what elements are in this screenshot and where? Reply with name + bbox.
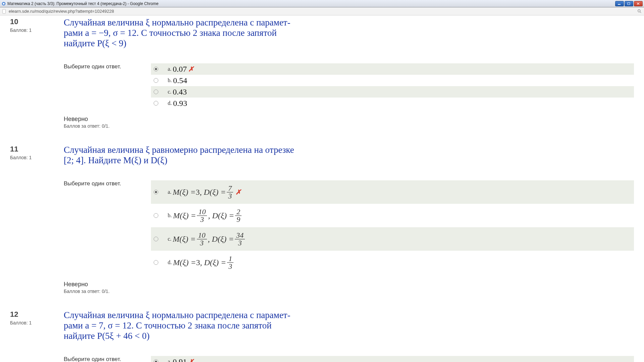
- feedback: Неверно Баллов за ответ: 0/1.: [64, 281, 634, 294]
- wrong-mark-icon: ✗: [188, 358, 194, 362]
- option-value: M(ξ) = 3, D(ξ) = 73: [173, 185, 234, 200]
- question-meta: 10 Баллов: 1: [10, 17, 64, 129]
- svg-rect-3: [628, 3, 630, 5]
- question-body: Случайная величина ξ нормально распредел…: [64, 17, 634, 129]
- svg-point-1: [3, 3, 4, 4]
- option-row[interactable]: a. 0.91 ✗: [151, 356, 634, 362]
- option-letter: d.: [168, 259, 172, 265]
- radio-icon[interactable]: [154, 260, 158, 265]
- option-letter: a.: [168, 189, 171, 195]
- options-list: a. 0.91 ✗: [151, 356, 634, 362]
- option-value: 0.93: [173, 99, 187, 108]
- choose-prompt: Выберите один ответ.: [64, 63, 151, 70]
- option-letter: b.: [168, 77, 172, 83]
- question-number: 11: [10, 145, 64, 154]
- window-title: Математика 2 (часть 3/3): Промежуточный …: [7, 1, 615, 6]
- page-icon: [2, 9, 7, 14]
- page-scroll[interactable]: 10 Баллов: 1 Случайная величина ξ нормал…: [0, 15, 644, 362]
- svg-line-8: [640, 11, 641, 13]
- choose-prompt: Выберите один ответ.: [64, 180, 151, 187]
- option-letter: a.: [168, 359, 171, 362]
- option-value: 0.07: [173, 65, 187, 74]
- choose-prompt: Выберите один ответ.: [64, 356, 151, 362]
- option-row[interactable]: b. 0.54: [151, 75, 634, 86]
- option-row[interactable]: d. 0.93: [151, 98, 634, 109]
- option-value: 0.91: [173, 357, 187, 362]
- minimize-button[interactable]: [615, 1, 624, 6]
- option-value: M(ξ) = 103, D(ξ) = 29: [173, 208, 243, 223]
- question-meta: 11 Баллов: 1: [10, 145, 64, 294]
- option-value: M(ξ) = 103, D(ξ) = 343: [173, 232, 246, 247]
- question-text: Случайная величина ξ равномерно распреде…: [64, 145, 322, 166]
- window-title-bar: Математика 2 (часть 3/3): Промежуточный …: [0, 0, 644, 7]
- radio-icon[interactable]: [154, 237, 158, 241]
- address-bar[interactable]: elearn.sde.ru/mod/quiz/review.php?attemp…: [0, 7, 644, 15]
- question-text: Случайная величина ξ нормально распредел…: [64, 17, 322, 49]
- question-points: Баллов: 1: [10, 320, 64, 325]
- question-number: 12: [10, 310, 64, 319]
- question-block: 10 Баллов: 1 Случайная величина ξ нормал…: [10, 15, 634, 135]
- svg-rect-6: [3, 9, 6, 13]
- radio-icon[interactable]: [154, 359, 158, 362]
- wrong-mark-icon: ✗: [188, 65, 194, 73]
- feedback-score: Баллов за ответ: 0/1.: [64, 123, 634, 129]
- app-icon: [1, 1, 6, 6]
- question-block: 11 Баллов: 1 Случайная величина ξ равном…: [10, 143, 634, 301]
- option-row[interactable]: d. M(ξ) = 3, D(ξ) = 13: [151, 251, 634, 274]
- url-text: elearn.sde.ru/mod/quiz/review.php?attemp…: [9, 9, 635, 14]
- option-value: 0.43: [173, 87, 187, 97]
- feedback: Неверно Баллов за ответ: 0/1.: [64, 116, 634, 129]
- radio-icon[interactable]: [154, 78, 158, 83]
- answers: Выберите один ответ. a. M(ξ) = 3, D(ξ) =…: [64, 180, 634, 274]
- maximize-button[interactable]: [625, 1, 633, 6]
- radio-icon[interactable]: [154, 67, 158, 71]
- option-row[interactable]: a. M(ξ) = 3, D(ξ) = 73 ✗: [151, 180, 634, 204]
- option-letter: d.: [168, 100, 172, 106]
- option-row[interactable]: a. 0.07 ✗: [151, 63, 634, 75]
- question-body: Случайная величина ξ нормально распредел…: [64, 310, 634, 362]
- option-row[interactable]: b. M(ξ) = 103, D(ξ) = 29: [151, 204, 634, 227]
- question-body: Случайная величина ξ равномерно распреде…: [64, 145, 634, 294]
- question-number: 10: [10, 17, 64, 26]
- radio-icon[interactable]: [154, 213, 158, 218]
- option-letter: c.: [168, 236, 171, 242]
- feedback-status: Неверно: [64, 281, 634, 288]
- radio-icon[interactable]: [154, 190, 158, 194]
- question-text: Случайная величина ξ нормально распредел…: [64, 310, 322, 341]
- radio-icon[interactable]: [154, 89, 158, 94]
- question-meta: 12 Баллов: 1: [10, 310, 64, 362]
- feedback-score: Баллов за ответ: 0/1.: [64, 289, 634, 294]
- option-row[interactable]: c. 0.43: [151, 86, 634, 98]
- question-points: Баллов: 1: [10, 27, 64, 33]
- wrong-mark-icon: ✗: [235, 188, 241, 196]
- svg-rect-2: [618, 4, 621, 5]
- option-letter: b.: [168, 213, 172, 219]
- question-points: Баллов: 1: [10, 155, 64, 160]
- option-value: 0.54: [173, 76, 187, 85]
- answers: Выберите один ответ. a. 0.91 ✗: [64, 356, 634, 362]
- options-list: a. M(ξ) = 3, D(ξ) = 73 ✗ b. M(ξ) = 103, …: [151, 180, 634, 274]
- feedback-status: Неверно: [64, 116, 634, 123]
- search-icon[interactable]: [637, 9, 642, 14]
- radio-icon[interactable]: [154, 101, 158, 106]
- option-letter: a.: [168, 66, 171, 72]
- question-block: 12 Баллов: 1 Случайная величина ξ нормал…: [10, 308, 634, 362]
- option-value: M(ξ) = 3, D(ξ) = 13: [173, 255, 234, 270]
- close-button[interactable]: [634, 1, 643, 6]
- options-list: a. 0.07 ✗ b. 0.54 c. 0.43 d. 0.93: [151, 63, 634, 109]
- window-buttons: [615, 1, 643, 6]
- quiz-content: 10 Баллов: 1 Случайная величина ξ нормал…: [0, 15, 644, 362]
- svg-point-7: [638, 9, 640, 12]
- option-row[interactable]: c. M(ξ) = 103, D(ξ) = 343: [151, 227, 634, 251]
- option-letter: c.: [168, 89, 171, 95]
- answers: Выберите один ответ. a. 0.07 ✗ b. 0.54 c…: [64, 63, 634, 109]
